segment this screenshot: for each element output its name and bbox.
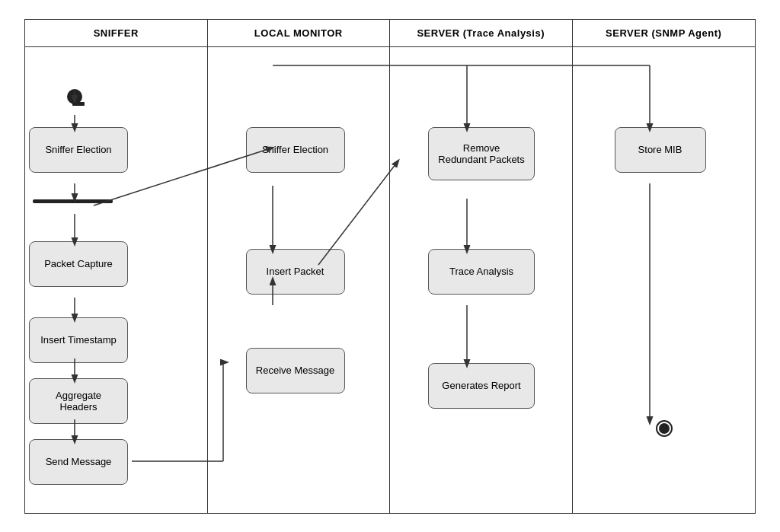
aggregate-headers-node: Aggregate Headers — [29, 378, 128, 424]
send-message-node: Send Message — [29, 439, 128, 485]
server-trace-body: Remove Redundant Packets Trace Analysis … — [390, 47, 572, 513]
store-mib-node: Store MIB — [615, 127, 706, 173]
insert-packet-node: Insert Packet — [246, 249, 345, 295]
receive-message-node: Receive Message — [246, 348, 345, 393]
insert-timestamp-node: Insert Timestamp — [29, 317, 128, 363]
sniffer-election-node: Sniffer Election — [29, 127, 128, 173]
sniffer-header: SNIFFER — [25, 20, 207, 47]
trace-analysis-node: Trace Analysis — [428, 249, 535, 295]
lane-server-trace: SERVER (Trace Analysis) Remove Redundant… — [390, 20, 573, 513]
initial-bar — [72, 102, 85, 106]
diagram-container: SNIFFER Sniffer Election Packet Capture … — [24, 19, 756, 514]
server-trace-header: SERVER (Trace Analysis) — [390, 20, 572, 47]
remove-redundant-node: Remove Redundant Packets — [428, 127, 535, 180]
generates-report-node: Generates Report — [428, 363, 535, 409]
server-snmp-header: SERVER (SNMP Agent) — [573, 20, 756, 47]
sniffer-body: Sniffer Election Packet Capture Insert T… — [25, 47, 207, 513]
local-monitor-body: Sniffer Election Insert Packet Receive M… — [208, 47, 390, 513]
local-sniffer-election-node: Sniffer Election — [246, 127, 345, 173]
end-node — [656, 420, 673, 437]
lane-local-monitor: LOCAL MONITOR Sniffer Election Insert Pa… — [208, 20, 391, 513]
lane-server-snmp: SERVER (SNMP Agent) Store MIB — [573, 20, 756, 513]
packet-capture-node: Packet Capture — [29, 241, 128, 287]
server-snmp-body: Store MIB — [573, 47, 756, 513]
local-monitor-header: LOCAL MONITOR — [208, 20, 390, 47]
fork-bar — [33, 199, 113, 203]
lane-sniffer: SNIFFER Sniffer Election Packet Capture … — [25, 20, 208, 513]
